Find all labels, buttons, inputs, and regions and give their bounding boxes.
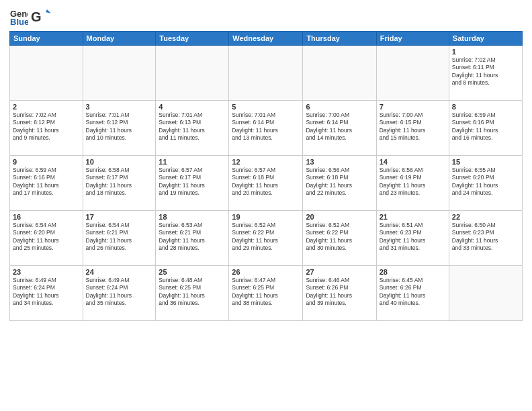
calendar-cell [449, 266, 522, 321]
day-info: Sunrise: 6:48 AM Sunset: 6:25 PM Dayligh… [159, 277, 226, 308]
calendar-cell: 6Sunrise: 7:00 AM Sunset: 6:14 PM Daylig… [303, 101, 376, 156]
day-number: 23 [13, 268, 80, 276]
calendar-cell: 14Sunrise: 6:56 AM Sunset: 6:19 PM Dayli… [376, 156, 449, 211]
day-number: 7 [380, 103, 446, 111]
calendar-cell: 22Sunrise: 6:50 AM Sunset: 6:23 PM Dayli… [449, 211, 522, 266]
calendar-cell: 28Sunrise: 6:45 AM Sunset: 6:26 PM Dayli… [376, 266, 449, 321]
day-info: Sunrise: 7:01 AM Sunset: 6:14 PM Dayligh… [232, 111, 300, 142]
logo: General Blue G [9, 7, 52, 27]
calendar-cell: 11Sunrise: 6:57 AM Sunset: 6:17 PM Dayli… [156, 156, 229, 211]
calendar: SundayMondayTuesdayWednesdayThursdayFrid… [9, 31, 523, 321]
calendar-cell: 17Sunrise: 6:54 AM Sunset: 6:21 PM Dayli… [83, 211, 156, 266]
day-number: 18 [159, 213, 226, 221]
day-info: Sunrise: 7:01 AM Sunset: 6:12 PM Dayligh… [86, 111, 153, 142]
day-number: 21 [380, 213, 446, 221]
day-number: 5 [232, 103, 300, 111]
day-number: 1 [452, 48, 519, 56]
svg-text:Blue: Blue [10, 17, 28, 26]
calendar-week-row: 1Sunrise: 7:02 AM Sunset: 6:11 PM Daylig… [10, 46, 523, 101]
calendar-cell: 23Sunrise: 6:49 AM Sunset: 6:24 PM Dayli… [10, 266, 83, 321]
day-info: Sunrise: 6:53 AM Sunset: 6:21 PM Dayligh… [159, 222, 226, 253]
day-info: Sunrise: 6:59 AM Sunset: 6:16 PM Dayligh… [452, 111, 519, 142]
day-info: Sunrise: 6:59 AM Sunset: 6:16 PM Dayligh… [13, 167, 80, 197]
calendar-cell: 21Sunrise: 6:51 AM Sunset: 6:23 PM Dayli… [376, 211, 449, 266]
page: General Blue G [0, 0, 532, 411]
day-number: 13 [306, 158, 373, 166]
logo-icon: General Blue [9, 7, 28, 26]
day-number: 2 [13, 103, 80, 111]
day-number: 27 [306, 268, 373, 276]
day-info: Sunrise: 6:50 AM Sunset: 6:23 PM Dayligh… [452, 222, 519, 253]
day-info: Sunrise: 7:00 AM Sunset: 6:15 PM Dayligh… [380, 111, 446, 142]
calendar-cell: 18Sunrise: 6:53 AM Sunset: 6:21 PM Dayli… [156, 211, 229, 266]
day-number: 19 [232, 213, 300, 221]
day-info: Sunrise: 7:01 AM Sunset: 6:13 PM Dayligh… [159, 111, 226, 142]
day-number: 6 [306, 103, 373, 111]
day-number: 15 [452, 158, 519, 166]
calendar-cell [303, 46, 376, 101]
day-info: Sunrise: 6:47 AM Sunset: 6:25 PM Dayligh… [232, 277, 300, 308]
day-info: Sunrise: 6:57 AM Sunset: 6:17 PM Dayligh… [159, 167, 226, 197]
calendar-cell: 1Sunrise: 7:02 AM Sunset: 6:11 PM Daylig… [449, 46, 522, 101]
calendar-cell: 12Sunrise: 6:57 AM Sunset: 6:18 PM Dayli… [229, 156, 303, 211]
day-number: 20 [306, 213, 373, 221]
day-info: Sunrise: 7:00 AM Sunset: 6:14 PM Dayligh… [306, 111, 373, 142]
day-info: Sunrise: 6:54 AM Sunset: 6:20 PM Dayligh… [13, 222, 80, 253]
svg-marker-3 [46, 9, 51, 13]
calendar-cell: 19Sunrise: 6:52 AM Sunset: 6:22 PM Dayli… [229, 211, 303, 266]
calendar-cell [229, 46, 303, 101]
calendar-cell: 20Sunrise: 6:52 AM Sunset: 6:22 PM Dayli… [303, 211, 376, 266]
day-number: 26 [232, 268, 300, 276]
day-number: 17 [86, 213, 153, 221]
day-number: 11 [159, 158, 226, 166]
day-number: 28 [380, 268, 446, 276]
day-number: 8 [452, 103, 519, 111]
calendar-cell: 13Sunrise: 6:56 AM Sunset: 6:18 PM Dayli… [303, 156, 376, 211]
calendar-cell: 15Sunrise: 6:55 AM Sunset: 6:20 PM Dayli… [449, 156, 522, 211]
calendar-cell: 3Sunrise: 7:01 AM Sunset: 6:12 PM Daylig… [83, 101, 156, 156]
calendar-cell: 2Sunrise: 7:02 AM Sunset: 6:12 PM Daylig… [10, 101, 83, 156]
calendar-week-row: 23Sunrise: 6:49 AM Sunset: 6:24 PM Dayli… [10, 266, 523, 321]
weekday-header: Monday [83, 32, 156, 46]
day-info: Sunrise: 6:46 AM Sunset: 6:26 PM Dayligh… [306, 277, 373, 308]
calendar-cell: 10Sunrise: 6:58 AM Sunset: 6:17 PM Dayli… [83, 156, 156, 211]
day-info: Sunrise: 6:52 AM Sunset: 6:22 PM Dayligh… [306, 222, 373, 253]
header: General Blue G [9, 7, 523, 27]
day-number: 24 [86, 268, 153, 276]
calendar-cell: 26Sunrise: 6:47 AM Sunset: 6:25 PM Dayli… [229, 266, 303, 321]
day-info: Sunrise: 6:56 AM Sunset: 6:18 PM Dayligh… [306, 167, 373, 197]
weekday-header: Friday [376, 32, 449, 46]
calendar-cell [156, 46, 229, 101]
day-number: 14 [380, 158, 446, 166]
day-info: Sunrise: 6:52 AM Sunset: 6:22 PM Dayligh… [232, 222, 300, 253]
day-number: 12 [232, 158, 300, 166]
day-number: 4 [159, 103, 226, 111]
calendar-cell: 8Sunrise: 6:59 AM Sunset: 6:16 PM Daylig… [449, 101, 522, 156]
day-info: Sunrise: 6:58 AM Sunset: 6:17 PM Dayligh… [86, 167, 153, 197]
calendar-cell: 25Sunrise: 6:48 AM Sunset: 6:25 PM Dayli… [156, 266, 229, 321]
day-number: 10 [86, 158, 153, 166]
day-info: Sunrise: 6:45 AM Sunset: 6:26 PM Dayligh… [380, 277, 446, 308]
calendar-cell [376, 46, 449, 101]
day-number: 3 [86, 103, 153, 111]
weekday-header: Thursday [303, 32, 376, 46]
weekday-header: Sunday [10, 32, 83, 46]
weekday-header: Wednesday [229, 32, 303, 46]
weekday-header: Saturday [449, 32, 522, 46]
day-number: 9 [13, 158, 80, 166]
calendar-week-row: 16Sunrise: 6:54 AM Sunset: 6:20 PM Dayli… [10, 211, 523, 266]
logo-bird-icon: G [31, 7, 51, 27]
calendar-cell [83, 46, 156, 101]
calendar-cell: 27Sunrise: 6:46 AM Sunset: 6:26 PM Dayli… [303, 266, 376, 321]
day-info: Sunrise: 6:49 AM Sunset: 6:24 PM Dayligh… [86, 277, 153, 308]
calendar-week-row: 9Sunrise: 6:59 AM Sunset: 6:16 PM Daylig… [10, 156, 523, 211]
day-info: Sunrise: 6:56 AM Sunset: 6:19 PM Dayligh… [380, 167, 446, 197]
day-info: Sunrise: 6:54 AM Sunset: 6:21 PM Dayligh… [86, 222, 153, 253]
day-number: 16 [13, 213, 80, 221]
day-info: Sunrise: 6:49 AM Sunset: 6:24 PM Dayligh… [13, 277, 80, 308]
calendar-header-row: SundayMondayTuesdayWednesdayThursdayFrid… [10, 32, 523, 46]
calendar-cell: 16Sunrise: 6:54 AM Sunset: 6:20 PM Dayli… [10, 211, 83, 266]
calendar-cell [10, 46, 83, 101]
svg-text:G: G [31, 9, 42, 24]
day-info: Sunrise: 7:02 AM Sunset: 6:11 PM Dayligh… [452, 56, 519, 87]
